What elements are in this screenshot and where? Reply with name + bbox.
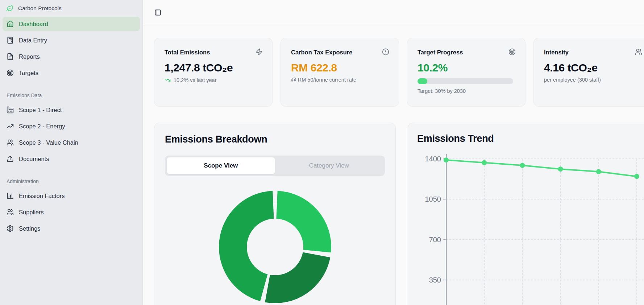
kpi-title: Target Progress	[417, 49, 463, 56]
main-area: Total Emissions 1,247.8 tCO₂e 10.2% vs l…	[143, 0, 644, 305]
target-progress-bar	[417, 78, 513, 84]
emissions-breakdown-card: Emissions Breakdown Scope View Category …	[154, 123, 396, 305]
kpi-title: Total Emissions	[165, 49, 210, 56]
app-title: Carbon Protocols	[18, 5, 62, 12]
tab-scope-view[interactable]: Scope View	[167, 157, 275, 174]
breakdown-donut-chart	[215, 187, 335, 305]
trending-up-icon	[7, 123, 14, 130]
sidebar-item-label: Data Entry	[19, 37, 47, 44]
sidebar-item-label: Scope 3 - Value Chain	[19, 139, 78, 146]
trend-line-chart: 14001050700350	[408, 123, 644, 305]
svg-text:700: 700	[429, 236, 441, 244]
users-icon	[7, 209, 14, 216]
zap-icon	[255, 48, 263, 55]
kpi-change-text: 10.2% vs last year	[174, 77, 216, 83]
kpi-value: 1,247.8 tCO₂e	[165, 62, 263, 74]
sidebar-item-scope3[interactable]: Scope 3 - Value Chain	[3, 135, 140, 150]
sidebar-item-label: Suppliers	[19, 209, 44, 216]
sidebar-item-documents[interactable]: Documents	[3, 152, 140, 166]
kpi-note: @ RM 50/tonne current rate	[291, 77, 356, 83]
kpi-note: per employee (300 staff)	[544, 77, 601, 83]
home-icon	[7, 20, 14, 28]
kpi-title: Intensity	[544, 49, 569, 56]
svg-text:350: 350	[429, 276, 441, 284]
sidebar-item-dashboard[interactable]: Dashboard	[3, 17, 140, 31]
kpi-grid: Total Emissions 1,247.8 tCO₂e 10.2% vs l…	[154, 38, 644, 107]
topbar	[143, 0, 644, 25]
kpi-card-target-progress: Target Progress 10.2% Target: 30% by 203…	[407, 38, 525, 107]
calculator-icon	[7, 37, 14, 44]
sidebar-item-label: Emission Factors	[19, 193, 65, 199]
kpi-note: Target: 30% by 2030	[417, 88, 516, 94]
app-brand: Carbon Protocols	[3, 4, 140, 13]
breakdown-title: Emissions Breakdown	[165, 134, 385, 145]
sidebar-toggle-button[interactable]	[151, 7, 164, 19]
sidebar-item-suppliers[interactable]: Suppliers	[3, 205, 140, 219]
charts-row: Emissions Breakdown Scope View Category …	[154, 123, 644, 305]
sidebar-item-reports[interactable]: Reports	[3, 49, 140, 64]
users-icon	[635, 48, 642, 55]
sidebar-item-label: Scope 1 - Direct	[19, 107, 62, 114]
breakdown-view-toggle: Scope View Category View	[165, 156, 385, 176]
svg-text:1400: 1400	[425, 155, 441, 163]
sidebar-item-label: Settings	[19, 225, 41, 232]
sidebar-item-scope1[interactable]: Scope 1 - Direct	[3, 103, 140, 117]
trending-down-icon	[165, 77, 171, 83]
tab-category-view[interactable]: Category View	[275, 157, 383, 174]
kpi-value: 10.2%	[417, 62, 516, 74]
sidebar-item-label: Reports	[19, 53, 40, 60]
sidebar-item-label: Dashboard	[19, 21, 48, 28]
factory-icon	[7, 106, 14, 114]
kpi-value: RM 622.8	[291, 62, 389, 74]
target-icon	[7, 69, 14, 77]
sidebar-item-scope2[interactable]: Scope 2 - Energy	[3, 119, 140, 133]
panel-left-icon	[154, 9, 161, 16]
sidebar-item-targets[interactable]: Targets	[3, 66, 140, 80]
sidebar: Carbon Protocols Dashboard Data Entry Re…	[0, 0, 143, 305]
file-text-icon	[7, 53, 14, 60]
kpi-value: 4.16 tCO₂e	[544, 62, 642, 74]
sidebar-item-label: Scope 2 - Energy	[19, 123, 65, 130]
trend-title: Emissions Trend	[417, 133, 644, 144]
target-progress-fill	[417, 78, 427, 84]
sidebar-item-label: Documents	[19, 156, 49, 162]
emissions-trend-card: 14001050700350 Emissions Trend	[408, 123, 644, 305]
kpi-card-intensity: Intensity 4.16 tCO₂e per employee (300 s…	[533, 38, 644, 107]
kpi-title: Carbon Tax Exposure	[291, 49, 352, 56]
sidebar-item-label: Targets	[19, 70, 38, 77]
upload-icon	[7, 155, 14, 162]
target-icon	[508, 48, 516, 55]
sidebar-item-emission-factors[interactable]: Emission Factors	[3, 189, 140, 203]
dashboard-content: Total Emissions 1,247.8 tCO₂e 10.2% vs l…	[143, 25, 644, 305]
kpi-card-total-emissions: Total Emissions 1,247.8 tCO₂e 10.2% vs l…	[154, 38, 273, 107]
kpi-card-carbon-tax: Carbon Tax Exposure RM 622.8 @ RM 50/ton…	[281, 38, 399, 107]
sidebar-item-settings[interactable]: Settings	[3, 221, 140, 236]
settings-icon	[7, 225, 14, 232]
leaf-icon	[6, 5, 13, 12]
sidebar-item-data-entry[interactable]: Data Entry	[3, 33, 140, 48]
sidebar-section-administration: Administration	[3, 178, 140, 184]
alert-circle-icon	[382, 48, 389, 55]
svg-text:1050: 1050	[425, 195, 441, 203]
chart-column-icon	[7, 192, 14, 199]
users-icon	[7, 139, 14, 146]
sidebar-section-emissions-data: Emissions Data	[3, 92, 140, 98]
